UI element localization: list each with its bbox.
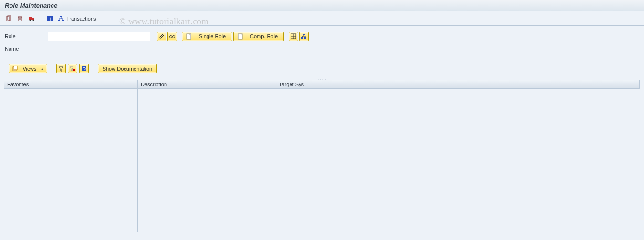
delete-button[interactable]	[15, 14, 25, 23]
column-blank	[466, 80, 640, 88]
refresh-icon	[81, 65, 87, 72]
toolbar-separator	[93, 64, 93, 73]
svg-point-9	[30, 19, 31, 21]
role-grid: • • • • Favorites Description Target Sys	[4, 80, 640, 232]
grid-body	[4, 89, 640, 232]
glasses-icon	[169, 33, 176, 40]
svg-marker-40	[70, 67, 73, 71]
variant-button[interactable]	[289, 32, 298, 41]
svg-rect-32	[304, 37, 306, 39]
transactions-button[interactable]: Transactions	[57, 14, 99, 23]
column-favorites[interactable]: Favorites	[4, 80, 138, 88]
svg-rect-31	[301, 37, 303, 39]
delete-filter-button[interactable]	[68, 64, 77, 73]
comp-role-label: Comp. Role	[247, 33, 280, 39]
display-button[interactable]	[167, 32, 177, 41]
trash-icon	[17, 15, 23, 22]
column-description[interactable]: Description	[138, 80, 276, 88]
svg-text:i: i	[50, 16, 51, 21]
form-area: Role Single Role	[0, 26, 644, 80]
svg-rect-13	[60, 16, 62, 17]
truck-icon	[28, 15, 35, 22]
funnel-icon	[58, 65, 64, 72]
create-icon	[237, 33, 243, 40]
svg-rect-38	[14, 66, 17, 70]
column-target-sys[interactable]: Target Sys	[276, 80, 466, 88]
title-bar: Role Maintenance	[0, 0, 644, 11]
role-input[interactable]	[48, 32, 150, 41]
change-button[interactable]	[157, 32, 166, 41]
show-documentation-label: Show Documentation	[101, 66, 154, 72]
toolbar-separator	[52, 64, 52, 73]
svg-point-21	[173, 36, 175, 38]
views-button[interactable]: Views ▲	[9, 64, 47, 73]
name-label: Name	[5, 46, 48, 52]
info-icon: i	[47, 15, 53, 22]
svg-point-10	[33, 19, 34, 21]
filter-button[interactable]	[56, 64, 66, 73]
toolbar-separator	[41, 14, 41, 23]
transport-button[interactable]	[27, 14, 36, 23]
copy-icon	[5, 15, 12, 22]
list-toolbar: Views ▲ Show Documentation	[5, 64, 639, 75]
role-label: Role	[5, 33, 48, 39]
page-title: Role Maintenance	[5, 2, 58, 9]
grid-icon	[290, 33, 297, 40]
single-role-label: Single Role	[196, 33, 229, 39]
show-documentation-button[interactable]: Show Documentation	[98, 64, 157, 73]
single-role-button[interactable]: Single Role	[182, 32, 232, 41]
copy-button[interactable]	[4, 14, 13, 23]
copy-icon	[12, 65, 19, 72]
hierarchy-icon	[58, 15, 64, 22]
comp-role-button[interactable]: Comp. Role	[233, 32, 284, 41]
grid-header: Favorites Description Target Sys	[4, 80, 640, 89]
info-button[interactable]: i	[45, 14, 55, 23]
svg-rect-7	[29, 17, 32, 20]
views-label: Views	[22, 66, 37, 72]
funnel-x-icon	[69, 65, 76, 72]
application-toolbar: i Transactions	[0, 11, 644, 26]
svg-marker-39	[59, 67, 63, 71]
create-icon	[185, 33, 192, 40]
name-value	[48, 45, 76, 52]
svg-rect-15	[62, 20, 64, 21]
svg-rect-14	[58, 20, 60, 21]
svg-rect-30	[303, 34, 305, 35]
hierarchy-icon	[301, 33, 307, 40]
assign-button[interactable]	[299, 32, 309, 41]
splitter-handle[interactable]: • • • •	[315, 78, 329, 80]
svg-point-20	[170, 36, 172, 38]
transactions-label: Transactions	[66, 16, 96, 21]
pencil-icon	[158, 33, 165, 40]
refresh-button[interactable]	[79, 64, 89, 73]
dropdown-icon: ▲	[41, 67, 44, 70]
